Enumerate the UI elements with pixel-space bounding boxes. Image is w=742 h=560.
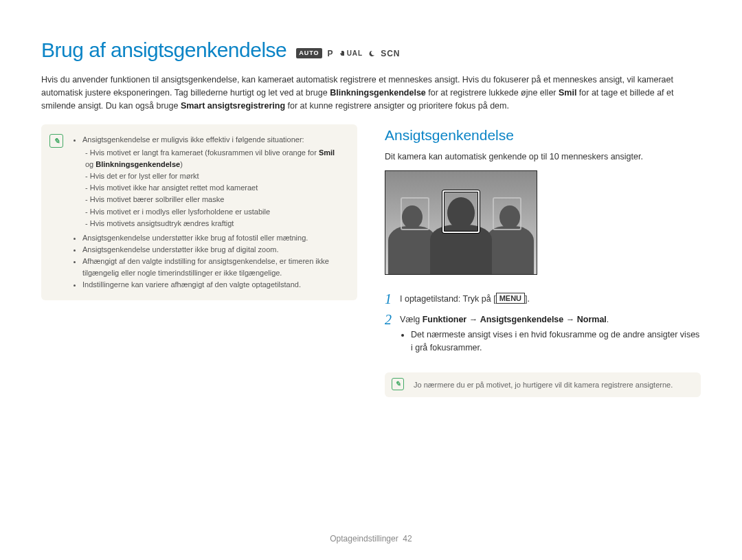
note-bullet-2: Ansigtsgenkendelse understøtter ikke bru…	[82, 232, 345, 244]
note-sub-3: Hvis motivet ikke har ansigtet rettet mo…	[85, 182, 345, 194]
mode-scn-icon: SCN	[381, 47, 400, 60]
menu-badge: MENU	[496, 293, 525, 304]
small-note: ✎ Jo nærmere du er på motivet, jo hurtig…	[385, 372, 701, 398]
step-1-text: I optagetilstand: Tryk på [MENU].	[400, 291, 701, 306]
mode-auto-icon: AUTO	[296, 48, 322, 59]
title-row: Brug af ansigtsgenkendelse AUTO P UAL SC…	[41, 34, 701, 65]
mode-dual-icon: UAL	[339, 48, 363, 58]
step-2-sub: Det nærmeste ansigt vises i en hvid foku…	[411, 328, 701, 355]
intro-text-b: for at registrere lukkede øjne eller	[428, 88, 559, 98]
footer-section: Optageindstillinger	[330, 534, 398, 544]
intro-bold-3: Smart ansigtsregistrering	[181, 101, 285, 111]
footer: Optageindstillinger 42	[0, 533, 742, 545]
note-sub-2: Hvis det er for lyst eller for mørkt	[85, 170, 345, 182]
note-bullet-1: Ansigtsgenkendelse er muligvis ikke effe…	[82, 134, 345, 229]
note-sub-4: Hvis motivet bærer solbriller eller mask…	[85, 194, 345, 205]
step-1-number: 1	[385, 291, 392, 306]
note-bullet-4: Afhængigt af den valgte indstilling for …	[82, 256, 345, 279]
intro-bold-2: Smil	[559, 88, 576, 98]
step-1: 1 I optagetilstand: Tryk på [MENU].	[385, 291, 701, 306]
note-bullet-5: Indstillingerne kan variere afhængigt af…	[82, 279, 345, 291]
footer-page: 42	[403, 534, 412, 544]
mode-icons: AUTO P UAL SCN	[296, 47, 400, 60]
note-bullet-3: Ansigtsgenkendelse understøtter ikke bru…	[82, 244, 345, 256]
mode-p-icon: P	[328, 47, 334, 60]
note-box: ✎ Ansigtsgenkendelse er muligvis ikke ef…	[41, 124, 357, 300]
face-frame-right	[493, 197, 521, 230]
step-2-text: Vælg Funktioner → Ansigtsgenkendelse → N…	[400, 312, 701, 361]
small-note-icon: ✎	[392, 378, 404, 390]
note-sub-1: Hvis motivet er langt fra kameraet (foku…	[85, 147, 345, 170]
preview-illustration	[385, 170, 537, 275]
intro-paragraph: Hvis du anvender funktionen til ansigtsg…	[41, 74, 701, 112]
intro-text-d: for at kunne registrere ansigter og prio…	[288, 101, 509, 111]
note-sub-6: Hvis motivets ansigtsudtryk ændres kraft…	[85, 218, 345, 229]
face-frame-left	[401, 197, 429, 230]
note-icon: ✎	[49, 134, 63, 148]
note-sub-5: Hvis motivet er i modlys eller lysforhol…	[85, 206, 345, 218]
mode-night-icon	[368, 50, 375, 57]
step-2-number: 2	[385, 312, 392, 327]
small-note-text: Jo nærmere du er på motivet, jo hurtiger…	[414, 381, 673, 389]
section-desc: Dit kamera kan automatisk genkende op ti…	[385, 150, 701, 164]
face-frame-center	[442, 190, 480, 233]
hand-icon	[339, 50, 346, 57]
page-title: Brug af ansigtsgenkendelse	[41, 34, 286, 65]
intro-bold-1: Blinkningsgenkendelse	[330, 88, 426, 98]
section-title: Ansigtsgenkendelse	[385, 124, 701, 146]
step-2: 2 Vælg Funktioner → Ansigtsgenkendelse →…	[385, 312, 701, 361]
